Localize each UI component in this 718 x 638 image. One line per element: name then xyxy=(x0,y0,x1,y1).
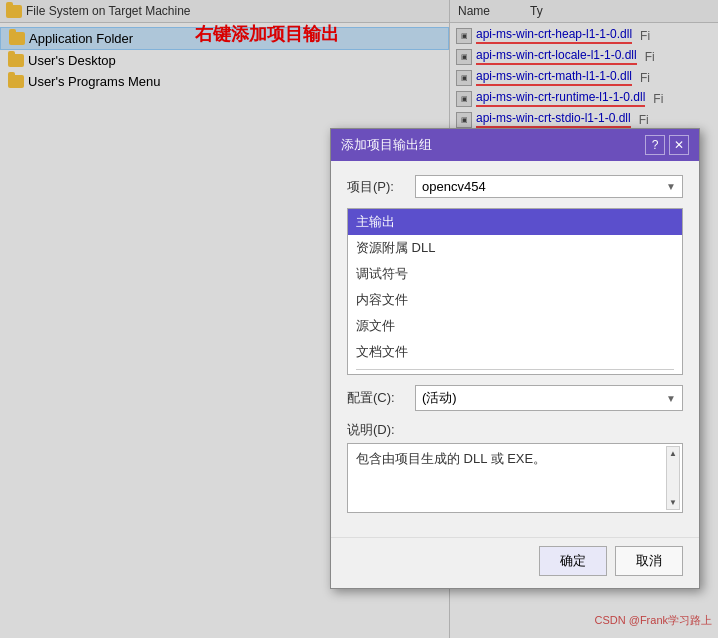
output-type-item-1[interactable]: 资源附属 DLL xyxy=(348,235,682,261)
dialog-title: 添加项目输出组 xyxy=(341,136,645,154)
output-type-item-4[interactable]: 源文件 xyxy=(348,313,682,339)
dialog-body: 项目(P): opencv454 ▼ 主输出 资源附属 DLL 调试符号 内容文… xyxy=(331,161,699,537)
dialog-buttons: 确定 取消 xyxy=(331,537,699,588)
desc-label: 说明(D): xyxy=(347,421,683,439)
add-project-output-dialog: 添加项目输出组 ? ✕ 项目(P): opencv454 ▼ 主输出 资源附属 … xyxy=(330,128,700,589)
config-label: 配置(C): xyxy=(347,389,407,407)
output-type-label-2: 调试符号 xyxy=(356,266,408,281)
project-select-arrow: ▼ xyxy=(666,181,676,192)
description-section: 说明(D): 包含由项目生成的 DLL 或 EXE。 ▲ ▼ xyxy=(347,421,683,513)
scroll-down-arrow: ▼ xyxy=(667,496,679,509)
output-type-label-4: 源文件 xyxy=(356,318,395,333)
output-type-label-5: 文档文件 xyxy=(356,344,408,359)
desc-box: 包含由项目生成的 DLL 或 EXE。 ▲ ▼ xyxy=(347,443,683,513)
config-row: 配置(C): (活动) ▼ xyxy=(347,385,683,411)
output-type-item-2[interactable]: 调试符号 xyxy=(348,261,682,287)
output-type-list: 主输出 资源附属 DLL 调试符号 内容文件 源文件 文档文件 xyxy=(347,208,683,375)
output-type-item-3[interactable]: 内容文件 xyxy=(348,287,682,313)
project-row: 项目(P): opencv454 ▼ xyxy=(347,175,683,198)
dialog-help-button[interactable]: ? xyxy=(645,135,665,155)
output-type-item-5[interactable]: 文档文件 xyxy=(348,339,682,365)
dialog-close-button[interactable]: ✕ xyxy=(669,135,689,155)
cancel-button[interactable]: 取消 xyxy=(615,546,683,576)
output-type-label-0: 主输出 xyxy=(356,214,395,229)
project-select[interactable]: opencv454 ▼ xyxy=(415,175,683,198)
desc-scrollbar[interactable]: ▲ ▼ xyxy=(666,446,680,510)
scroll-up-arrow: ▲ xyxy=(667,447,679,460)
dialog-title-buttons: ? ✕ xyxy=(645,135,689,155)
dialog-titlebar: 添加项目输出组 ? ✕ xyxy=(331,129,699,161)
confirm-button[interactable]: 确定 xyxy=(539,546,607,576)
output-type-item-0[interactable]: 主输出 xyxy=(348,209,682,235)
project-label: 项目(P): xyxy=(347,178,407,196)
config-select-value: (活动) xyxy=(422,389,457,407)
project-select-value: opencv454 xyxy=(422,179,486,194)
config-select[interactable]: (活动) ▼ xyxy=(415,385,683,411)
output-type-label-3: 内容文件 xyxy=(356,292,408,307)
output-type-label-1: 资源附属 DLL xyxy=(356,240,435,255)
output-list-divider xyxy=(356,369,674,370)
config-select-arrow: ▼ xyxy=(666,393,676,404)
desc-text: 包含由项目生成的 DLL 或 EXE。 xyxy=(356,451,546,466)
